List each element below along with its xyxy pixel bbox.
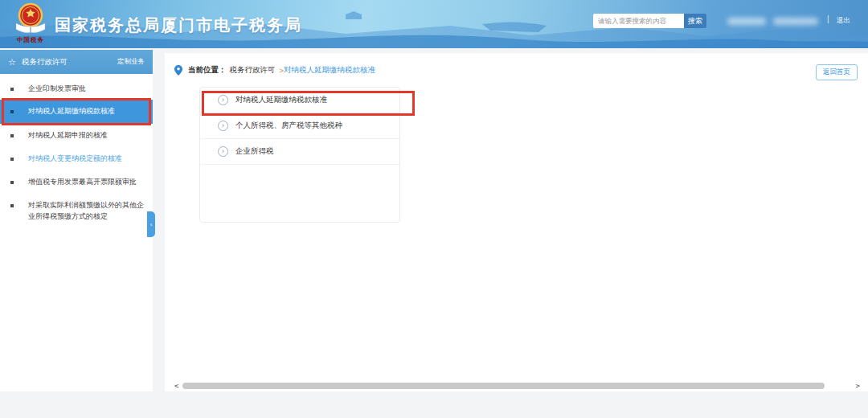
horizontal-scrollbar[interactable]: < > xyxy=(174,382,860,390)
chevron-left-icon: ‹ xyxy=(150,221,153,228)
tax-bureau-logo: 中国税务 xyxy=(10,2,51,44)
chevron-circle-icon: › xyxy=(218,95,228,105)
menu-item-label: 对纳税人延期缴纳税款核准 xyxy=(235,95,327,105)
sidebar-item-vat-invoice-limit-approval[interactable]: 增值税专用发票最高开票限额审批 xyxy=(0,170,153,195)
sidebar-item-label: 对纳税人变更纳税定额的核准 xyxy=(28,154,122,165)
breadcrumb-current-link[interactable]: 对纳税人延期缴纳税款核准 xyxy=(284,65,375,76)
sidebar-item-tax-quota-change-approval[interactable]: 对纳税人变更纳税定额的核准 xyxy=(0,148,153,170)
sidebar-item-deferred-filing-approval[interactable]: 对纳税人延期申报的核准 xyxy=(0,124,153,148)
location-pin-icon xyxy=(174,65,182,76)
sidebar-menu: 企业印制发票审批 对纳税人延期缴纳税款核准 对纳税人延期申报的核准 对纳税人变更… xyxy=(0,74,153,230)
custom-business-link[interactable]: 定制业务 xyxy=(117,57,145,67)
sidebar-item-label: 增值税专用发票最高开票限额审批 xyxy=(28,177,137,188)
sidebar-item-label: 企业印制发票审批 xyxy=(28,84,86,95)
sidebar-header: ☆ 税务行政许可 定制业务 xyxy=(0,50,153,74)
scrollbar-thumb[interactable] xyxy=(182,383,825,389)
bullet-icon xyxy=(10,158,14,161)
scroll-right-arrow[interactable]: > xyxy=(856,383,860,390)
logo-caption: 中国税务 xyxy=(10,36,51,44)
sidebar-item-income-tax-prepayment-method[interactable]: 对采取实际利润额预缴以外的其他企业所得税预缴方式的核定 xyxy=(0,195,153,230)
header-search: 搜索 xyxy=(593,14,706,28)
sidebar-collapse-handle[interactable]: ‹ xyxy=(147,211,155,237)
menu-item-personal-income-property-tax[interactable]: › 个人所得税、房产税等其他税种 xyxy=(200,113,399,139)
tax-emblem-icon xyxy=(12,2,49,35)
bullet-icon xyxy=(10,134,14,137)
back-home-button[interactable]: 返回首页 xyxy=(816,64,858,80)
sidebar-item-label: 对纳税人延期申报的核准 xyxy=(28,130,108,141)
sidebar-title: 税务行政许可 xyxy=(22,57,117,68)
bullet-icon xyxy=(10,88,14,91)
breadcrumb-label: 当前位置： xyxy=(188,65,227,76)
menu-item-deferred-tax-payment-approval[interactable]: › 对纳税人延期缴纳税款核准 xyxy=(200,88,399,113)
breadcrumb-parent-link[interactable]: 税务行政许可 xyxy=(230,65,276,76)
top-banner: 中国税务 国家税务总局厦门市电子税务局 搜索 | 退出 xyxy=(0,0,868,48)
scrollbar-track[interactable] xyxy=(182,383,851,389)
sidebar-item-deferred-tax-payment-approval[interactable]: 对纳税人延期缴纳税款核准 xyxy=(0,100,153,124)
bullet-icon xyxy=(10,110,14,113)
search-input[interactable] xyxy=(593,14,684,28)
scroll-left-arrow[interactable]: < xyxy=(174,383,178,390)
search-button[interactable]: 搜索 xyxy=(684,14,706,28)
sidebar-item-invoice-printing-approval[interactable]: 企业印制发票审批 xyxy=(0,79,153,100)
sidebar-item-label: 对采取实际利润额预缴以外的其他企业所得税预缴方式的核定 xyxy=(28,200,145,222)
sidebar: ☆ 税务行政许可 定制业务 企业印制发票审批 对纳税人延期缴纳税款核准 对纳税人… xyxy=(0,50,153,391)
bullet-icon xyxy=(10,204,14,207)
sidebar-item-label: 对纳税人延期缴纳税款核准 xyxy=(28,106,115,117)
chevron-circle-icon: › xyxy=(218,146,228,157)
main-content: 当前位置： 税务行政许可 > 对纳税人延期缴纳税款核准 返回首页 › 对纳税人延… xyxy=(165,53,868,391)
menu-item-label: 个人所得税、房产税等其他税种 xyxy=(235,121,342,131)
breadcrumb: 当前位置： 税务行政许可 > 对纳税人延期缴纳税款核准 xyxy=(174,65,375,76)
menu-item-enterprise-income-tax[interactable]: › 企业所得税 xyxy=(200,139,399,165)
user-info-redacted xyxy=(727,18,766,25)
logout-link[interactable]: 退出 xyxy=(837,16,850,26)
menu-item-label: 企业所得税 xyxy=(235,146,274,157)
bullet-icon xyxy=(10,181,14,184)
chevron-circle-icon: › xyxy=(218,121,228,131)
star-icon: ☆ xyxy=(8,58,16,67)
user-info-redacted xyxy=(773,18,818,25)
sub-menu-panel: › 对纳税人延期缴纳税款核准 › 个人所得税、房产税等其他税种 › 企业所得税 xyxy=(199,87,400,223)
header-divider: | xyxy=(827,14,829,23)
site-title: 国家税务总局厦门市电子税务局 xyxy=(55,14,302,36)
